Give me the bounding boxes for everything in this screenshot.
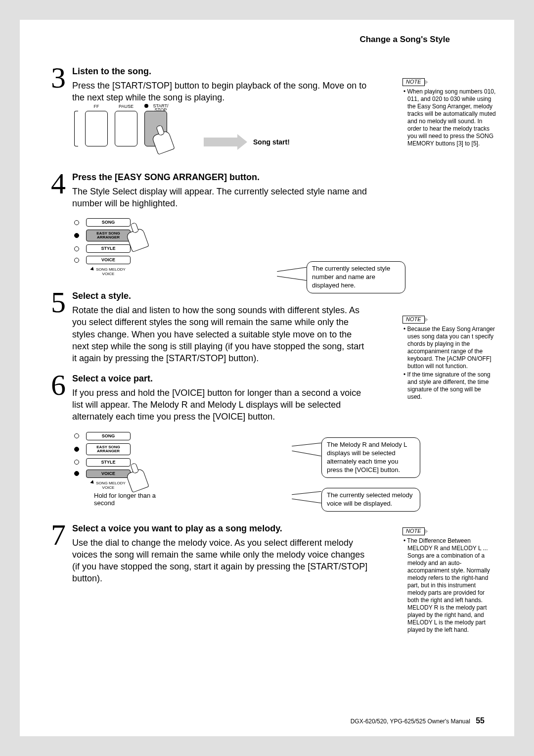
led-icon — [74, 447, 79, 452]
step-number: 3 — [44, 64, 72, 104]
led-icon — [74, 258, 79, 263]
note-item: • The Difference Between MELODY R and ME… — [402, 537, 496, 634]
note-item: • Because the Easy Song Arranger uses so… — [402, 326, 496, 370]
callout-line — [292, 491, 321, 495]
style-button: STYLE — [86, 244, 131, 253]
section-header: Change a Song's Style — [44, 35, 490, 45]
callout-line — [292, 451, 321, 456]
step-text: If you press and hold the [VOICE] button… — [72, 387, 369, 423]
note-step7: NOTE • The Difference Between MELODY R a… — [402, 527, 496, 634]
callout-melody-voice: The currently selected melody voice will… — [321, 488, 420, 512]
step-text: Press the [START/STOP] button to begin p… — [72, 80, 369, 104]
note-label: NOTE — [402, 316, 425, 324]
voice-button: VOICE — [86, 256, 131, 264]
pencil-icon — [90, 267, 96, 272]
step-4: 4 Press the [EASY SONG ARRANGER] button.… — [44, 170, 490, 210]
callout-line — [292, 443, 321, 446]
led-icon — [74, 471, 79, 476]
bracket-icon — [74, 111, 78, 146]
callout-line — [277, 276, 307, 281]
led-icon — [74, 233, 79, 238]
page-footer: DGX-620/520, YPG-625/525 Owner's Manual … — [351, 716, 485, 725]
manual-page: Change a Song's Style 3 Listen to the so… — [20, 20, 514, 736]
song-button: SONG — [86, 432, 131, 440]
step-heading: Select a style. — [72, 291, 490, 301]
led-icon — [74, 246, 79, 251]
easy-song-arranger-button: EASY SONG ARRANGER — [86, 230, 131, 241]
step-number: 5 — [44, 289, 72, 364]
callout-style-display: The currently selected style number and … — [307, 261, 405, 293]
page-number: 55 — [476, 716, 485, 725]
panel-buttons-6: SONG EASY SONG ARRANGER STYLE VOICE SONG… — [74, 432, 173, 507]
pencil-icon — [90, 480, 96, 486]
step-text: Rotate the dial and listen to how the so… — [72, 304, 369, 364]
led-icon — [144, 104, 148, 108]
step-heading: Listen to the song. — [72, 66, 490, 77]
callout-melody-rl: The Melody R and Melody L displays will … — [321, 437, 420, 478]
note-step5: NOTE • Because the Easy Song Arranger us… — [402, 316, 496, 401]
pause-label: PAUSE — [115, 104, 137, 109]
hold-caption: Hold for longer than a second — [94, 492, 173, 507]
pause-button — [115, 111, 137, 146]
step-text: Use the dial to change the melody voice.… — [72, 537, 369, 585]
song-start-label: Song start! — [253, 138, 290, 146]
led-icon — [74, 460, 79, 465]
ff-button — [85, 111, 108, 146]
step-number: 4 — [44, 170, 72, 210]
easy-song-arranger-button: EASY SONG ARRANGER — [86, 443, 131, 455]
panel-buttons-4: SONG EASY SONG ARRANGER STYLE VOICE SONG… — [74, 218, 173, 276]
note-label: NOTE — [402, 78, 425, 86]
arrow-right-icon — [204, 138, 238, 146]
style-button: STYLE — [86, 458, 131, 467]
step-heading: Press the [EASY SONG ARRANGER] button. — [72, 172, 490, 183]
manual-title: DGX-620/520, YPG-625/525 Owner's Manual — [351, 718, 470, 725]
callout-line — [292, 499, 321, 503]
led-icon — [74, 433, 79, 438]
step-number: 7 — [44, 521, 72, 585]
led-icon — [74, 220, 79, 225]
ff-label: FF — [85, 104, 108, 109]
note-label: NOTE — [402, 527, 425, 535]
song-button: SONG — [86, 218, 131, 227]
callout-line — [277, 267, 307, 272]
transport-illustration: FF PAUSE START/ STOP Song start! — [74, 111, 490, 160]
step-number: 6 — [44, 372, 72, 423]
note-item: • If the time signature of the song and … — [402, 371, 496, 401]
step-text: The Style Select display will appear. Th… — [72, 186, 369, 210]
under-label: SONG MELODY VOICE — [86, 481, 131, 490]
under-label: SONG MELODY VOICE — [86, 267, 131, 276]
voice-button: VOICE — [86, 470, 131, 478]
